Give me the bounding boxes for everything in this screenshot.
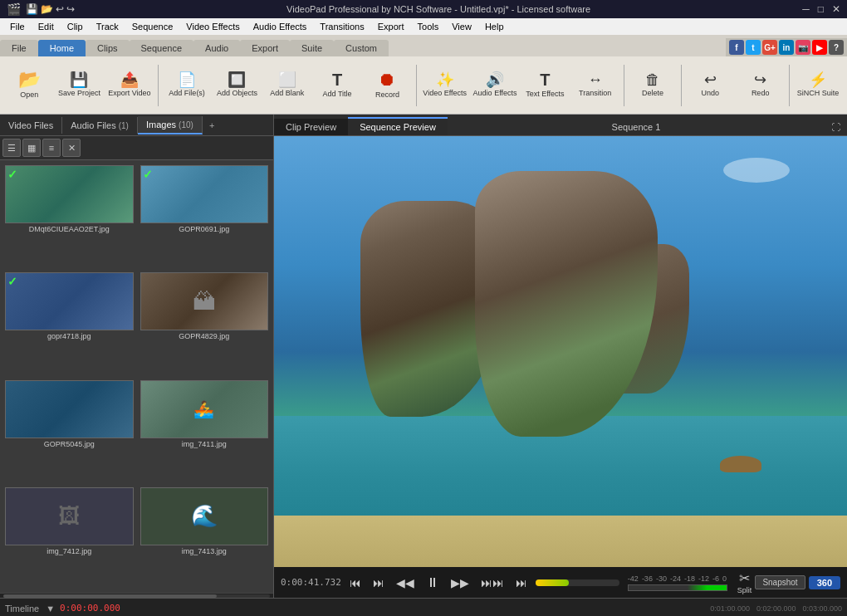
save-project-button[interactable]: 💾 Save Project — [55, 61, 103, 110]
text-effects-button[interactable]: T Text Effects — [521, 61, 569, 110]
save-icon: 💾 — [70, 72, 88, 87]
media-view-tool[interactable]: ▦ — [22, 139, 41, 157]
menu-export[interactable]: Export — [371, 20, 411, 33]
menu-transitions[interactable]: Transitions — [313, 20, 370, 33]
next-frame-button[interactable]: ⏭⏭ — [477, 574, 507, 591]
rewind-button[interactable]: ◀◀ — [393, 574, 418, 591]
delete-icon: 🗑 — [645, 72, 660, 87]
list-item[interactable]: ✓ gopr4718.jpg — [5, 272, 134, 373]
close-btn[interactable]: ✕ — [832, 3, 840, 15]
image-placeholder-icon: 🖼 — [58, 503, 80, 529]
export-video-button[interactable]: 📤 Export Video — [105, 61, 154, 110]
main-area: Video Files Audio Files (1) Images (10) … — [0, 115, 847, 598]
menu-sequence[interactable]: Sequence — [125, 20, 180, 33]
media-filename: gopr4718.jpg — [47, 332, 91, 340]
check-icon: ✓ — [7, 168, 17, 181]
media-tab-images[interactable]: Images (10) — [138, 116, 203, 134]
youtube-icon[interactable]: ▶ — [812, 40, 827, 55]
menu-tools[interactable]: Tools — [411, 20, 446, 33]
tab-sequence[interactable]: Sequence — [130, 40, 194, 56]
tab-audio[interactable]: Audio — [193, 40, 240, 56]
tab-file[interactable]: File — [0, 40, 38, 56]
undo-button[interactable]: ↩ Undo — [686, 61, 734, 110]
media-filename: DMqt6CIUEAAO2ET.jpg — [29, 225, 110, 233]
audio-effects-button[interactable]: 🔊 Audio Effects — [471, 61, 519, 110]
list-item[interactable]: ✓ DMqt6CIUEAAO2ET.jpg — [5, 165, 134, 266]
twitter-icon[interactable]: t — [746, 40, 761, 55]
video-effects-button[interactable]: ✨ Video Effects — [421, 61, 469, 110]
media-panel: Video Files Audio Files (1) Images (10) … — [0, 115, 274, 598]
skip-end-button[interactable]: ⏭ — [512, 574, 531, 591]
menu-clip[interactable]: Clip — [61, 20, 90, 33]
minimize-btn[interactable]: ─ — [802, 3, 810, 15]
media-filename: GOPR5045.jpg — [44, 440, 95, 448]
add-blank-icon: ⬜ — [278, 72, 296, 87]
media-sort-tool[interactable]: ☰ — [2, 139, 21, 157]
list-item[interactable]: 🖼 img_7412.jpg — [5, 487, 134, 588]
menu-video-effects[interactable]: Video Effects — [179, 20, 246, 33]
add-objects-button[interactable]: 🔲 Add Objects — [213, 61, 261, 110]
pause-button[interactable]: ⏸ — [423, 574, 443, 592]
boat — [720, 456, 761, 472]
prev-frame-button[interactable]: ⏭ — [370, 574, 388, 591]
timeline-header: Timeline ▼ 0:00:00.000 0:01:00.000 0:02:… — [0, 599, 847, 616]
media-delete-tool[interactable]: ✕ — [62, 139, 81, 157]
snapshot-button[interactable]: Snapshot — [755, 575, 805, 589]
export-icon: 📤 — [120, 72, 139, 87]
open-button[interactable]: 📂 Open — [5, 61, 53, 110]
add-blank-button[interactable]: ⬜ Add Blank — [263, 61, 311, 110]
separator5 — [789, 65, 790, 106]
delete-button[interactable]: 🗑 Delete — [629, 61, 677, 110]
skip-start-button[interactable]: ⏮ — [346, 574, 365, 591]
separator2 — [416, 65, 417, 106]
list-item[interactable]: 🌊 img_7413.jpg — [140, 487, 269, 588]
fullscreen-button[interactable]: ⛶ — [825, 119, 847, 135]
timeline-progress-bar[interactable] — [536, 579, 619, 586]
text-effects-icon: T — [540, 71, 550, 88]
tab-home[interactable]: Home — [38, 40, 86, 56]
split-button[interactable]: ✂ Split — [737, 570, 752, 594]
tab-clips[interactable]: Clips — [86, 40, 129, 56]
list-item[interactable]: 🚣 img_7411.jpg — [140, 380, 269, 481]
add-title-icon: T — [332, 71, 342, 88]
media-tab-video[interactable]: Video Files — [0, 117, 62, 134]
tabbar: File Home Clips Sequence Audio Export Su… — [0, 35, 847, 56]
sequence-preview-tab[interactable]: Sequence Preview — [348, 117, 448, 135]
help-icon[interactable]: ? — [829, 40, 844, 55]
menu-help[interactable]: Help — [478, 20, 511, 33]
media-filename: img_7411.jpg — [182, 440, 227, 448]
media-list-tool[interactable]: ≡ — [42, 139, 61, 157]
list-item[interactable]: 🏔 GOPR4829.jpg — [140, 272, 269, 373]
tab-suite[interactable]: Suite — [290, 40, 334, 56]
facebook-icon[interactable]: f — [729, 40, 744, 55]
list-item[interactable]: ✓ GOPR0691.jpg — [140, 165, 269, 266]
rock-center — [475, 171, 658, 437]
record-button[interactable]: ⏺ Record — [363, 61, 411, 110]
menubar: File Edit Clip Track Sequence Video Effe… — [0, 18, 847, 35]
tab-custom[interactable]: Custom — [334, 40, 389, 56]
media-tab-audio[interactable]: Audio Files (1) — [62, 117, 138, 134]
tab-export[interactable]: Export — [240, 40, 290, 56]
redo-button[interactable]: ↪ Redo — [736, 61, 784, 110]
add-title-button[interactable]: T Add Title — [313, 61, 361, 110]
menu-view[interactable]: View — [445, 20, 478, 33]
menu-track[interactable]: Track — [90, 20, 125, 33]
transition-button[interactable]: ↔ Transition — [571, 61, 619, 110]
menu-file[interactable]: File — [3, 20, 32, 33]
menu-edit[interactable]: Edit — [32, 20, 61, 33]
google-icon[interactable]: G+ — [762, 40, 777, 55]
window-controls[interactable]: ─ □ ✕ — [802, 3, 840, 15]
instagram-icon[interactable]: 📷 — [796, 40, 810, 55]
menu-audio-effects[interactable]: Audio Effects — [247, 20, 314, 33]
sequence-title: Sequence 1 — [448, 119, 825, 135]
clip-preview-tab[interactable]: Clip Preview — [274, 119, 348, 135]
snch-suite-button[interactable]: ⚡ SiNCH Suite — [794, 61, 842, 110]
maximize-btn[interactable]: □ — [818, 3, 824, 15]
btn-360[interactable]: 360 — [809, 576, 840, 589]
play-button[interactable]: ▶▶ — [448, 574, 472, 591]
linkedin-icon[interactable]: in — [779, 40, 794, 55]
list-item[interactable]: GOPR5045.jpg — [5, 380, 134, 481]
add-media-button[interactable]: + — [203, 117, 221, 134]
media-tabs: Video Files Audio Files (1) Images (10) … — [0, 115, 273, 136]
add-files-button[interactable]: 📄 Add File(s) — [163, 61, 211, 110]
